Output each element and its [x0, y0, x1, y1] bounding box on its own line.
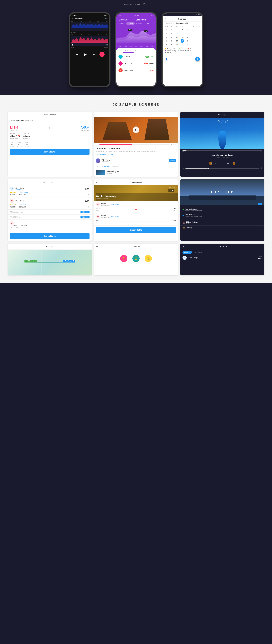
prev-icon[interactable]: ‹ — [10, 144, 10, 146]
next-icon[interactable]: › — [27, 144, 28, 146]
calendar-day[interactable]: 1 — [164, 28, 168, 31]
route-cities: Milan › Berlin — [15, 187, 84, 189]
filter-all-flights[interactable]: All flights — [182, 251, 192, 254]
add-hand-luggage-button[interactable]: Add +$10 — [80, 216, 90, 218]
calendar-day[interactable]: 8 — [164, 32, 168, 35]
menu-icon[interactable]: ☰ — [182, 245, 184, 248]
calendar-day[interactable]: 19 — [186, 35, 190, 39]
calendar-day[interactable] — [196, 28, 200, 31]
calendar-day[interactable]: 12 — [186, 32, 190, 35]
time-marker: 0:10 — [80, 20, 82, 22]
next-track-button[interactable]: ⏭ — [227, 162, 230, 164]
nav-tab-info[interactable]: Info — [118, 49, 124, 53]
calendar-day[interactable]: 11 — [180, 32, 184, 35]
calendar-day[interactable]: 24 — [175, 39, 179, 43]
calendar-day[interactable]: 3 — [175, 28, 179, 31]
calendar-day[interactable] — [191, 32, 195, 35]
play-button[interactable]: ▶ — [133, 126, 139, 133]
follow-button[interactable]: Follow — [169, 159, 176, 162]
calendar-day[interactable] — [196, 32, 200, 35]
search-flights-button[interactable]: Search flights — [10, 149, 90, 155]
calendar-day[interactable] — [191, 28, 195, 31]
calendar-day[interactable] — [191, 43, 195, 47]
shuffle-icon[interactable]: 🔀 — [233, 162, 236, 165]
tab-info[interactable]: Info — [96, 164, 100, 168]
calendar-day[interactable]: 31 — [175, 43, 179, 47]
calendar-day[interactable] — [196, 43, 200, 47]
view-details-link[interactable]: View details — [111, 216, 119, 217]
search-flights-button[interactable]: Search flights — [10, 233, 90, 239]
calendar-day[interactable]: 15 — [164, 35, 168, 39]
add-button[interactable]: + — [198, 18, 200, 20]
calendar-day-today[interactable]: 25 — [180, 39, 184, 43]
calendar-day[interactable]: 18 — [180, 35, 184, 39]
tab-6months[interactable]: 6 months — [135, 22, 144, 25]
tab-multicity[interactable]: Multiply cities — [24, 119, 33, 122]
search-icon[interactable]: 🔍 — [105, 18, 107, 20]
prev-icon[interactable]: ‹ — [24, 144, 25, 146]
time-display: 9:41 AM — [134, 14, 139, 16]
tab-comments[interactable]: Comments — [111, 164, 120, 168]
back-button[interactable]: ‹ — [96, 114, 97, 116]
view-details-link[interactable]: View details — [20, 192, 28, 194]
battery-display: 51% — [151, 14, 154, 16]
nav-tab-similar[interactable]: Similar clips — [124, 49, 134, 53]
add-baggage-button[interactable]: Add +$40 — [80, 210, 90, 214]
run-activity[interactable]: 🏃 — [120, 255, 127, 262]
back-button[interactable]: 1 month — [118, 18, 127, 21]
profile-icon[interactable]: 👤 — [165, 58, 168, 60]
prev-icon[interactable]: ‹ — [17, 144, 18, 146]
calendar-day[interactable]: 29 — [164, 43, 168, 47]
calendar-day[interactable]: 5 — [186, 28, 190, 31]
add-event-button[interactable]: + — [195, 57, 200, 61]
nav-tab-comments[interactable]: Comments — [134, 49, 143, 53]
video-progress-bar[interactable] — [100, 144, 170, 145]
tab-similar-clips[interactable]: Similar clips — [100, 164, 111, 168]
calendar-day[interactable]: 1 — [180, 43, 184, 47]
calendar-day[interactable] — [196, 35, 200, 39]
progress-bar[interactable] — [182, 150, 262, 150]
tab-1year[interactable]: 1 year — [144, 22, 150, 25]
volume-slider[interactable] — [186, 168, 259, 168]
next-icon[interactable]: › — [12, 144, 13, 146]
calendar-day[interactable]: 9 — [170, 32, 174, 35]
search-flights-button[interactable]: Search flights — [96, 227, 176, 233]
calendar-day[interactable] — [191, 35, 195, 39]
video-thumbnail[interactable]: ▶ — [94, 117, 178, 142]
tab-3months[interactable]: 3 months — [126, 22, 134, 25]
lift-activity[interactable]: 🏋 — [132, 255, 140, 262]
filter-best-flights[interactable]: Best flights — [193, 251, 203, 254]
calendar-day[interactable] — [191, 39, 195, 43]
calendar-day[interactable]: 26 — [186, 39, 190, 43]
view-details-link[interactable]: View details — [111, 204, 119, 205]
repeat-icon[interactable]: 🔁 — [209, 162, 212, 165]
next-icon[interactable]: › — [20, 144, 20, 146]
menu-icon[interactable]: ☰ — [96, 245, 98, 248]
rewind-button[interactable]: ⏮ — [75, 52, 79, 57]
tab-roundtrip[interactable]: Round trip — [16, 119, 24, 122]
calendar-day[interactable]: 16 — [170, 35, 174, 39]
expand-icon[interactable]: ⤢ — [175, 144, 176, 146]
calendar-day[interactable]: 4 — [180, 28, 184, 31]
share-button[interactable]: ↗ Share — [108, 154, 113, 156]
prev-track-button[interactable]: ⏮ — [215, 162, 218, 164]
add-wishlist-button[interactable]: + Add to wishlist — [96, 154, 106, 156]
calendar-day[interactable]: 17 — [175, 35, 179, 39]
close-button[interactable]: ✕ — [100, 52, 104, 57]
calendar-day[interactable] — [196, 39, 200, 43]
pause-button[interactable]: ⏸ — [220, 161, 224, 166]
calendar-day[interactable]: 2 — [186, 43, 190, 47]
calendar-day[interactable]: 23 — [170, 39, 174, 43]
calendar-day[interactable]: 22 — [164, 39, 168, 43]
clip-title: Video one long title — [106, 171, 172, 173]
calendar-day[interactable]: 2 — [170, 28, 174, 31]
view-details-link[interactable]: View details — [19, 204, 26, 206]
cycle-activity[interactable]: 🚴 — [145, 255, 152, 262]
calendar-day[interactable]: 10 — [175, 32, 179, 35]
tab-1month[interactable]: 1 month — [118, 22, 126, 25]
fast-forward-button[interactable]: ⏭ — [92, 52, 96, 57]
play-button[interactable]: ▶ — [82, 51, 88, 58]
share-icon[interactable]: ↗ — [88, 246, 90, 248]
tab-oneway[interactable]: One way — [10, 119, 15, 122]
calendar-day[interactable]: 30 — [170, 43, 174, 47]
